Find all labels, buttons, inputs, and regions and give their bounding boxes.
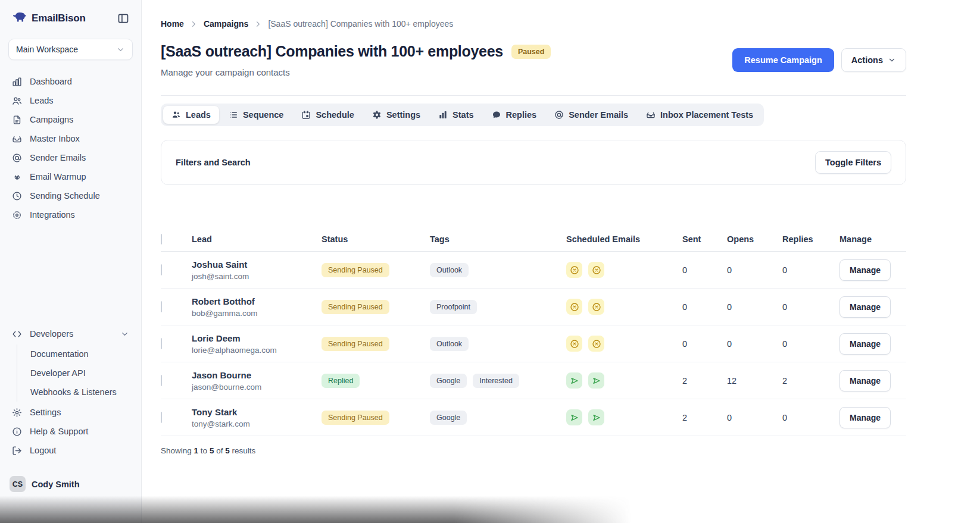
tag-badge: Google	[430, 411, 467, 425]
code-icon	[12, 329, 22, 339]
sidebar-item-label: Developers	[30, 329, 73, 339]
sidebar-item-dashboard[interactable]: Dashboard	[8, 72, 133, 91]
users-icon	[171, 110, 181, 120]
logout-icon	[12, 446, 22, 456]
sidebar-item-email-warmup[interactable]: Email Warmup	[8, 167, 133, 186]
sidebar-item-label: Campaigns	[30, 115, 73, 124]
clock-icon	[12, 191, 22, 201]
tag-badge: Outlook	[430, 337, 469, 351]
sidebar-collapse-icon[interactable]	[117, 12, 129, 24]
breadcrumb-current: [SaaS outreach] Companies with 100+ empl…	[268, 19, 453, 29]
status-badge: Sending Paused	[322, 263, 389, 277]
chevron-down-icon	[116, 45, 125, 54]
sidebar-item-developer-api[interactable]: Developer API	[30, 364, 133, 383]
sidebar-item-label: Email Warmup	[30, 172, 86, 181]
tab-sender-emails[interactable]: Sender Emails	[546, 106, 636, 124]
lead-name: Tony Stark	[192, 407, 322, 417]
manage-button[interactable]: Manage	[839, 407, 891, 428]
lead-name: Robert Botthof	[192, 296, 322, 306]
tab-replies[interactable]: Replies	[483, 106, 545, 124]
manage-button[interactable]: Manage	[839, 296, 891, 318]
lead-email: lorie@alphaomega.com	[192, 346, 322, 355]
row-checkbox[interactable]	[161, 301, 162, 312]
column-header-status: Status	[322, 234, 430, 244]
lead-email: jason@bourne.com	[192, 383, 322, 392]
row-checkbox[interactable]	[161, 338, 162, 349]
sidebar-item-label: Leads	[30, 96, 54, 105]
sidebar-item-help-support[interactable]: Help & Support	[8, 422, 133, 441]
resume-campaign-button[interactable]: Resume Campaign	[732, 48, 834, 72]
tab-stats[interactable]: Stats	[430, 106, 482, 124]
column-header-sent: Sent	[682, 234, 727, 244]
row-checkbox[interactable]	[161, 375, 162, 386]
status-badge: Paused	[511, 45, 551, 59]
results-summary-text: to	[201, 446, 207, 455]
sidebar-item-label: Master Inbox	[30, 134, 80, 143]
sidebar-item-sending-schedule[interactable]: Sending Schedule	[8, 186, 133, 205]
page-title: [SaaS outreach] Companies with 100+ empl…	[161, 43, 503, 60]
column-header-lead: Lead	[192, 234, 322, 244]
lead-email: josh@saint.com	[192, 272, 322, 281]
status-badge: Sending Paused	[322, 337, 389, 351]
column-header-scheduled: Scheduled Emails	[566, 234, 682, 244]
row-checkbox[interactable]	[161, 412, 162, 423]
sidebar-item-master-inbox[interactable]: Master Inbox	[8, 129, 133, 148]
tab-label: Sender Emails	[569, 110, 628, 120]
tab-inbox-placement-tests[interactable]: Inbox Placement Tests	[638, 106, 761, 124]
sidebar-item-integrations[interactable]: Integrations	[8, 205, 133, 224]
scheduled-email-sent-icon	[588, 409, 604, 425]
tab-label: Leads	[186, 110, 211, 120]
users-icon	[12, 96, 22, 106]
tab-settings[interactable]: Settings	[364, 106, 429, 124]
tab-leads[interactable]: Leads	[163, 106, 219, 124]
info-circle-icon	[12, 427, 22, 437]
sidebar-item-documentation[interactable]: Documentation	[30, 345, 133, 364]
list-icon	[229, 110, 238, 120]
manage-button[interactable]: Manage	[839, 370, 891, 392]
results-summary-text: Showing	[161, 446, 192, 455]
column-header-opens: Opens	[727, 234, 782, 244]
sidebar-item-label: Help & Support	[30, 427, 88, 436]
campaign-tabbar: Leads Sequence Schedule	[161, 104, 764, 126]
status-badge: Replied	[322, 374, 360, 388]
lead-name: Jason Bourne	[192, 370, 322, 380]
at-sign-icon	[12, 153, 22, 163]
manage-button[interactable]: Manage	[839, 259, 891, 281]
sidebar-item-developers[interactable]: Developers	[8, 324, 133, 343]
workspace-selector[interactable]: Main Workspace	[8, 39, 133, 60]
replies-count: 2	[782, 376, 839, 386]
table-row: Lorie Deem lorie@alphaomega.com Sending …	[161, 325, 906, 362]
sidebar-item-settings[interactable]: Settings	[8, 403, 133, 422]
sidebar-item-campaigns[interactable]: Campaigns	[8, 110, 133, 129]
replies-count: 0	[782, 265, 839, 275]
breadcrumb-home[interactable]: Home	[161, 19, 184, 29]
page-subtitle: Manage your campaign contacts	[161, 67, 551, 77]
manage-button[interactable]: Manage	[839, 333, 891, 355]
at-sign-icon	[554, 110, 564, 120]
sidebar-item-leads[interactable]: Leads	[8, 91, 133, 110]
avatar: CS	[10, 476, 26, 492]
sidebar-developers-subnav: Documentation Developer API Webhooks & L…	[17, 345, 133, 402]
leads-table: Lead Status Tags Scheduled Emails Sent O…	[161, 227, 906, 455]
results-from: 1	[194, 446, 199, 455]
scheduled-email-sent-icon	[588, 372, 604, 389]
select-all-checkbox[interactable]	[161, 234, 162, 245]
current-user[interactable]: CS Cody Smith	[8, 476, 133, 492]
sidebar-item-logout[interactable]: Logout	[8, 441, 133, 460]
sidebar-item-label: Dashboard	[30, 77, 72, 86]
actions-button[interactable]: Actions	[841, 48, 906, 72]
toggle-filters-button[interactable]: Toggle Filters	[815, 151, 891, 174]
inbox-icon	[646, 110, 656, 120]
breadcrumb-campaigns[interactable]: Campaigns	[204, 19, 248, 29]
sidebar-item-sender-emails[interactable]: Sender Emails	[8, 148, 133, 167]
row-checkbox[interactable]	[161, 264, 162, 275]
flame-icon	[12, 172, 22, 182]
tab-schedule[interactable]: Schedule	[293, 106, 362, 124]
sidebar-item-label: Documentation	[30, 349, 89, 359]
integrations-icon	[12, 210, 22, 220]
sidebar-item-label: Logout	[30, 446, 56, 455]
tag-badge: Interested	[473, 374, 519, 388]
bar-chart-icon	[438, 110, 448, 120]
tab-sequence[interactable]: Sequence	[220, 106, 292, 124]
sidebar-item-webhooks-listeners[interactable]: Webhooks & Listeners	[30, 383, 133, 402]
